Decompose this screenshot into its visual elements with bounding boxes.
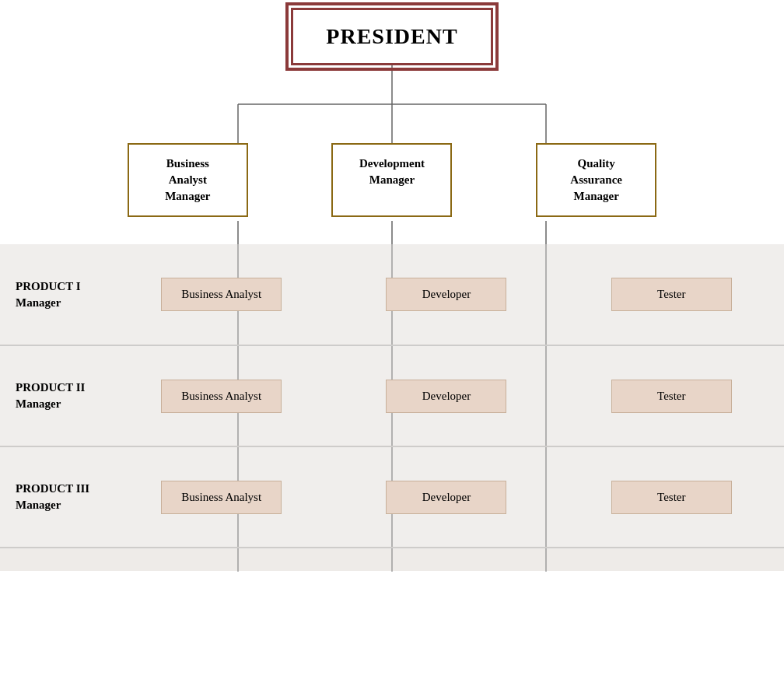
bottom-trailing-lines	[0, 548, 784, 572]
tester-role-2-label: Tester	[657, 390, 685, 402]
tester-role-1: Tester	[611, 278, 732, 311]
president-title: PRESIDENT	[326, 24, 457, 48]
tester-role-3: Tester	[611, 481, 732, 514]
dev-role-2: Developer	[386, 380, 506, 413]
product-1-label: PRODUCT IManager	[0, 278, 109, 311]
org-chart: PRESIDENT BusinessAnalystManager	[0, 0, 784, 700]
ba-role-1-label: Business Analyst	[181, 288, 261, 300]
president-box: PRESIDENT	[291, 8, 493, 65]
top-connector-svg	[0, 65, 784, 143]
product-3-row: PRODUCT IIIManager Business Analyst Deve…	[0, 446, 784, 548]
dev-role-1-label: Developer	[422, 288, 471, 300]
product-3-label: PRODUCT IIIManager	[0, 481, 109, 513]
dev-manager-label: DevelopmentManager	[359, 157, 425, 186]
qa-manager-label: QualityAssuranceManager	[570, 157, 622, 202]
manager-to-product-svg	[0, 221, 784, 244]
product-2-label: PRODUCT IIManager	[0, 380, 109, 412]
dev-role-3: Developer	[386, 481, 506, 514]
product-2-row: PRODUCT IIManager Business Analyst Devel…	[0, 345, 784, 446]
managers-row: BusinessAnalystManager DevelopmentManage…	[0, 143, 784, 221]
ba-manager-box: BusinessAnalystManager	[128, 143, 248, 217]
ba-role-3-label: Business Analyst	[181, 491, 261, 503]
ba-manager-label: BusinessAnalystManager	[165, 157, 210, 202]
dev-role-1: Developer	[386, 278, 506, 311]
product-3-cells: Business Analyst Developer Tester	[109, 447, 784, 547]
dev-role-3-label: Developer	[422, 491, 471, 503]
product-1-cells: Business Analyst Developer Tester	[109, 244, 784, 345]
product-1-row: PRODUCT IManager Business Analyst Develo…	[0, 244, 784, 345]
tester-role-1-label: Tester	[657, 288, 685, 300]
dev-role-2-label: Developer	[422, 390, 471, 402]
tester-role-2: Tester	[611, 380, 732, 413]
ba-role-1: Business Analyst	[161, 278, 282, 311]
product-2-cells: Business Analyst Developer Tester	[109, 346, 784, 446]
ba-role-2: Business Analyst	[161, 380, 282, 413]
product-section: PRODUCT IManager Business Analyst Develo…	[0, 244, 784, 571]
tester-role-3-label: Tester	[657, 491, 685, 503]
qa-manager-box: QualityAssuranceManager	[536, 143, 656, 217]
ba-role-2-label: Business Analyst	[181, 390, 261, 402]
ba-role-3: Business Analyst	[161, 481, 282, 514]
president-wrapper: PRESIDENT	[0, 0, 784, 65]
dev-manager-box: DevelopmentManager	[331, 143, 452, 217]
